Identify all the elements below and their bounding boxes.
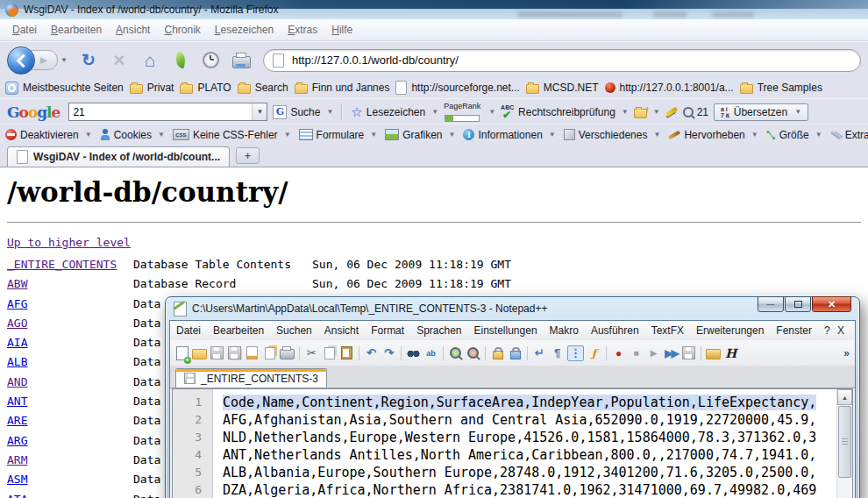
close-all-icon[interactable] bbox=[262, 346, 277, 360]
new-file-icon[interactable] bbox=[174, 346, 189, 360]
sync-horizontal-icon[interactable] bbox=[508, 346, 523, 360]
scrollbar-thumb[interactable] bbox=[838, 406, 851, 478]
feeds-leaf-icon[interactable] bbox=[174, 52, 189, 69]
npp-menu-textfx[interactable]: TextFX bbox=[645, 324, 690, 337]
print-icon[interactable] bbox=[280, 346, 295, 360]
find-icon[interactable] bbox=[406, 346, 421, 360]
entry-link[interactable]: ABW bbox=[7, 274, 27, 294]
google-search-input[interactable] bbox=[69, 106, 252, 118]
menu-hilfe[interactable]: Hilfe bbox=[324, 24, 359, 36]
macro-run-multiple-icon[interactable]: ▶▶ bbox=[664, 346, 679, 360]
up-to-higher-level-link[interactable]: Up to higher level bbox=[7, 236, 131, 249]
macro-record-icon[interactable]: ● bbox=[611, 346, 626, 360]
search-dropdown-caret[interactable]: ▼ bbox=[252, 103, 267, 120]
npp-menu-help[interactable]: ? bbox=[818, 324, 836, 337]
webdev-information[interactable]: iInformationen▼ bbox=[463, 129, 555, 141]
bookmark-sourceforge[interactable]: http://sourceforge.net... bbox=[395, 81, 519, 95]
webdev-images[interactable]: Grafiken▼ bbox=[385, 129, 455, 141]
sync-vertical-icon[interactable] bbox=[490, 346, 505, 360]
google-search-button[interactable]: GSuche▼ bbox=[273, 105, 333, 119]
bookmark-folder-privat[interactable]: Privat bbox=[130, 82, 174, 94]
minimize-button[interactable]: — bbox=[758, 296, 784, 312]
npp-menu-format[interactable]: Format bbox=[365, 324, 410, 337]
npp-menu-fenster[interactable]: Fenster bbox=[770, 324, 818, 337]
npp-menu-ausfuehren[interactable]: Ausführen bbox=[585, 324, 645, 337]
restore-button[interactable] bbox=[785, 296, 811, 312]
menu-datei[interactable]: Datei bbox=[5, 24, 44, 36]
zoom-indicator[interactable]: 21 bbox=[683, 106, 708, 118]
webdev-disable[interactable]: Deaktivieren▼ bbox=[5, 129, 92, 141]
pagerank-widget[interactable]: PageRank bbox=[444, 103, 480, 122]
paste-icon[interactable] bbox=[339, 346, 354, 360]
notepad-window[interactable]: C:\Users\Martin\AppData\Local\Temp\_ENTI… bbox=[165, 296, 860, 498]
save-icon[interactable] bbox=[210, 346, 224, 360]
webdev-css[interactable]: CSSKeine CSS-Fehler▼ bbox=[173, 129, 291, 141]
bookmark-most-visited[interactable]: Meistbesuchte Seiten bbox=[5, 82, 124, 95]
home-button[interactable]: ⌂ bbox=[140, 50, 160, 71]
url-input[interactable] bbox=[290, 53, 851, 68]
copy-icon[interactable] bbox=[322, 346, 337, 360]
url-bar[interactable] bbox=[263, 49, 861, 72]
entry-link[interactable]: ANT bbox=[7, 392, 27, 411]
npp-menu-datei[interactable]: Datei bbox=[170, 324, 207, 337]
macro-save-icon[interactable] bbox=[681, 346, 696, 360]
undo-icon[interactable]: ↶ bbox=[364, 346, 379, 360]
macro-stop-icon[interactable]: ■ bbox=[629, 346, 644, 360]
entry-link[interactable]: AND bbox=[7, 373, 27, 392]
pagerank-caret[interactable]: ▼ bbox=[488, 108, 495, 116]
entry-link[interactable]: ARM bbox=[7, 451, 27, 470]
close-doc-icon[interactable] bbox=[245, 346, 260, 360]
entry-link[interactable]: AGO bbox=[7, 314, 27, 333]
webdev-outline[interactable]: Hervorheben▼ bbox=[668, 129, 758, 141]
stop-button[interactable]: × bbox=[110, 53, 129, 68]
replace-icon[interactable]: ab bbox=[423, 346, 438, 360]
zoom-in-icon[interactable] bbox=[448, 346, 463, 360]
npp-menu-erweiterungen[interactable]: Erweiterungen bbox=[690, 324, 770, 337]
bookmark-folder-finn[interactable]: Finn und Jannes bbox=[295, 82, 390, 94]
back-button[interactable] bbox=[7, 46, 35, 75]
npp-menu-close[interactable]: X bbox=[837, 324, 855, 337]
entry-link[interactable]: _ENTIRE_CONTENTS bbox=[7, 255, 117, 274]
webdev-cookies[interactable]: Cookies▼ bbox=[100, 129, 165, 141]
entry-link[interactable]: AIA bbox=[7, 333, 27, 352]
entry-link[interactable]: ASM bbox=[7, 470, 27, 489]
entry-link[interactable]: ATA bbox=[7, 490, 27, 498]
scroll-up-button[interactable]: ▲ bbox=[837, 389, 852, 405]
highlighter-icon[interactable] bbox=[665, 107, 678, 117]
doc-tab-entire-contents[interactable]: _ENTIRE_CONTENTS-3 bbox=[175, 368, 327, 388]
code-text[interactable]: Code,Name,Continent,Region,SurfaceArea,I… bbox=[214, 389, 836, 498]
bookmark-folder-search[interactable]: Search bbox=[238, 82, 288, 94]
print-icon[interactable] bbox=[232, 56, 251, 68]
cut-icon[interactable]: ✂ bbox=[304, 346, 319, 360]
npp-menu-einstellungen[interactable]: Einstellungen bbox=[468, 324, 544, 337]
npp-menu-bearbeiten[interactable]: Bearbeiten bbox=[207, 324, 270, 337]
translate-button[interactable]: a í7 ä Übersetzen▼ bbox=[714, 103, 808, 121]
spellcheck-button[interactable]: ABC✔Rechtschreibprüfung▼ bbox=[501, 105, 629, 119]
webdev-miscellaneous[interactable]: Verschiedenes▼ bbox=[564, 129, 661, 141]
save-as-icon[interactable] bbox=[227, 346, 242, 360]
zoom-out-icon[interactable] bbox=[466, 346, 480, 360]
history-clock-icon[interactable] bbox=[203, 52, 219, 68]
open-icon[interactable] bbox=[192, 346, 207, 360]
npp-menu-makro[interactable]: Makro bbox=[544, 324, 585, 337]
bookmark-folder-tree-samples[interactable]: Tree Samples bbox=[740, 82, 822, 94]
history-dropdown-caret[interactable]: ▼ bbox=[60, 56, 68, 64]
webdev-forms[interactable]: Formulare▼ bbox=[299, 129, 378, 141]
bookmark-folder-plato[interactable]: PLATO bbox=[180, 82, 231, 94]
menu-ansicht[interactable]: Ansicht bbox=[109, 24, 157, 36]
menu-chronik[interactable]: Chronik bbox=[157, 24, 207, 36]
google-bookmarks-button[interactable]: ☆Lesezeichen▼ bbox=[351, 104, 438, 120]
menu-bearbeiten[interactable]: Bearbeiten bbox=[44, 24, 109, 36]
npp-menu-sprachen[interactable]: Sprachen bbox=[410, 324, 467, 337]
tab-wsgidav[interactable]: WsgiDAV - Index of /world-db/count... bbox=[7, 146, 230, 167]
macro-play-icon[interactable]: ▶ bbox=[646, 346, 661, 360]
npp-menu-ansicht[interactable]: Ansicht bbox=[318, 324, 365, 337]
entry-link[interactable]: ALB bbox=[7, 352, 27, 372]
vertical-scrollbar[interactable]: ▲ bbox=[836, 389, 852, 498]
toolbar-overflow-chevron[interactable]: » bbox=[843, 347, 850, 359]
menu-lesezeichen[interactable]: Lesezeichen bbox=[208, 24, 281, 36]
webdev-tools[interactable]: Extras▼ bbox=[830, 129, 868, 141]
npp-menu-suchen[interactable]: Suchen bbox=[270, 324, 318, 337]
entry-link[interactable]: ARG bbox=[7, 431, 27, 451]
indent-guide-icon[interactable]: ⋮ bbox=[567, 345, 584, 361]
